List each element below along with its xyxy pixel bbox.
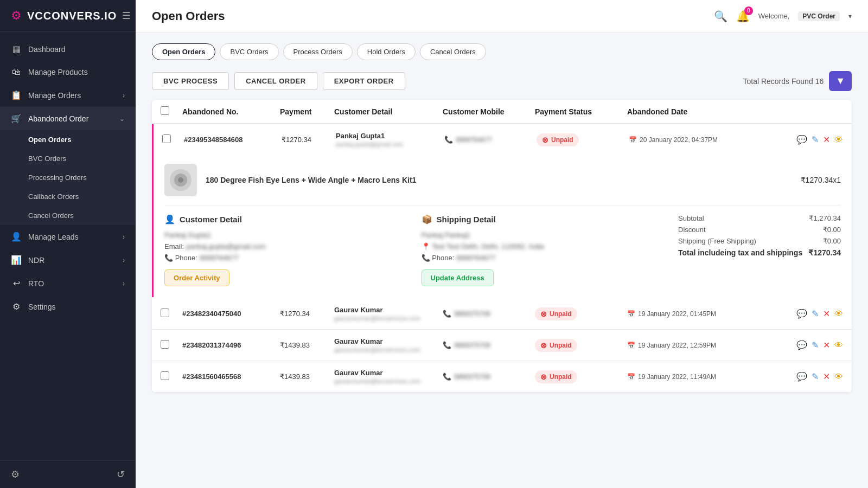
svg-point-2 — [178, 177, 183, 183]
row1-checkbox[interactable] — [162, 134, 171, 143]
sidebar-item-ndr[interactable]: 📊 NDR › — [0, 248, 136, 272]
row3-checkbox[interactable] — [161, 340, 169, 349]
topbar: Open Orders 🔍 🔔 0 Welcome, PVC Order ▾ — [136, 0, 868, 33]
customer-detail-email: Email: pankaj.gupta@gmail.com — [164, 242, 411, 251]
logo-icon: ⚙ — [11, 9, 22, 23]
sidebar-subitem-open-orders[interactable]: Open Orders — [0, 130, 136, 149]
sidebar-item-manage-orders[interactable]: 📋 Manage Orders › — [0, 84, 136, 107]
tab-cancel-orders[interactable]: Cancel Orders — [420, 43, 486, 60]
cancel-order-button[interactable]: CANCEL ORDER — [234, 72, 317, 90]
logo-text: VCCONVERS.IO — [27, 10, 117, 22]
sidebar-navigation: ▦ Dashboard 🛍 Manage Products 📋 Manage O… — [0, 32, 136, 460]
delete-icon-row2[interactable]: ✕ — [823, 309, 830, 319]
customer-detail-name: Pankaj Gupta1 — [164, 231, 411, 239]
table-row: #23495348584608 ₹1270.34 Pankaj Gupta1 p… — [152, 124, 852, 155]
view-icon-row3[interactable]: 👁 — [834, 341, 843, 350]
sidebar-subitem-processing-orders[interactable]: Processing Orders — [0, 168, 136, 187]
customer-detail-section: 👤 Customer Detail Pankaj Gupta1 Email: p… — [164, 214, 411, 286]
dashboard-icon: ▦ — [11, 44, 22, 54]
row4-status: ⊗ Unpaid — [535, 370, 627, 383]
select-all-checkbox[interactable] — [161, 106, 169, 115]
product-name: 180 Degree Fish Eye Lens + Wide Angle + … — [206, 176, 792, 184]
col-header-abandoned-no: Abandoned No. — [182, 107, 280, 116]
manage-orders-icon: 📋 — [11, 90, 22, 100]
row4-order-no: #23481560465568 — [182, 373, 280, 381]
sidebar-subitem-cancel-orders[interactable]: Cancel Orders — [0, 206, 136, 225]
hamburger-menu-icon[interactable]: ☰ — [122, 10, 131, 22]
unpaid-icon-row3: ⊗ — [540, 341, 547, 350]
row2-mobile: 9868375709 — [454, 310, 490, 318]
sidebar-subitem-callback-orders[interactable]: Callback Orders — [0, 187, 136, 206]
topbar-right: 🔍 🔔 0 Welcome, PVC Order ▾ — [714, 10, 852, 23]
row3-mobile: 9868375709 — [454, 342, 490, 349]
footer-settings-icon[interactable]: ⚙ — [11, 468, 20, 480]
tab-process-orders[interactable]: Process Orders — [283, 43, 353, 60]
sidebar-item-rto[interactable]: ↩ RTO › — [0, 272, 136, 295]
row1-mobile-cell: 📞 9999764677 — [444, 136, 537, 144]
row2-status: ⊗ Unpaid — [535, 307, 627, 320]
row4-customer-email: gaurav.kumar@bvcservices.com — [334, 378, 443, 384]
sidebar-item-settings[interactable]: ⚙ Settings — [0, 295, 136, 318]
update-address-button[interactable]: Update Address — [422, 269, 494, 286]
row1-checkbox-cell — [162, 134, 184, 145]
table-row: #23481560465568 ₹1439.83 Gaurav Kumar ga… — [152, 361, 852, 393]
user-dropdown-chevron[interactable]: ▾ — [848, 12, 852, 20]
view-icon-row4[interactable]: 👁 — [834, 372, 843, 382]
footer-refresh-icon[interactable]: ↺ — [117, 468, 125, 480]
abandoned-order-submenu: Open Orders BVC Orders Processing Orders… — [0, 130, 136, 225]
row4-customer-detail: Gaurav Kumar gaurav.kumar@bvcservices.co… — [334, 369, 443, 384]
edit-icon-row4[interactable]: ✎ — [812, 371, 819, 382]
chat-icon-row1[interactable]: 💬 — [796, 134, 807, 145]
row3-status: ⊗ Unpaid — [535, 339, 627, 352]
row1-mobile: 9999764677 — [456, 136, 492, 144]
tab-bvc-orders[interactable]: BVC Orders — [220, 43, 278, 60]
rto-icon: ↩ — [11, 278, 22, 288]
row2-actions: 💬 ✎ ✕ 👁 — [783, 309, 843, 319]
tab-open-orders[interactable]: Open Orders — [152, 43, 215, 60]
sidebar-item-manage-leads[interactable]: 👤 Manage Leads › — [0, 225, 136, 248]
sidebar-subitem-bvc-orders[interactable]: BVC Orders — [0, 149, 136, 168]
chat-icon-row4[interactable]: 💬 — [796, 371, 807, 382]
shipping-name: Pankaj Pankaj1 — [422, 231, 668, 239]
chevron-right-icon-rto: › — [123, 280, 125, 287]
edit-icon-row2[interactable]: ✎ — [812, 309, 819, 319]
delete-icon-row1[interactable]: ✕ — [823, 134, 830, 145]
detail-grid: 👤 Customer Detail Pankaj Gupta1 Email: p… — [164, 214, 841, 286]
bvc-process-button[interactable]: BVC PROCESS — [152, 72, 229, 90]
row2-payment: ₹1270.34 — [280, 310, 334, 318]
shipping-section-icon: 📦 — [422, 214, 432, 224]
table-header-row: Abandoned No. Payment Customer Detail Cu… — [152, 100, 852, 124]
notification-count: 0 — [744, 7, 753, 15]
sidebar-item-abandoned-order[interactable]: 🛒 Abandoned Order ⌄ — [0, 107, 136, 130]
chat-icon-row2[interactable]: 💬 — [796, 309, 807, 319]
delete-icon-row3[interactable]: ✕ — [823, 340, 830, 350]
chat-icon-row3[interactable]: 💬 — [796, 340, 807, 350]
row2-checkbox[interactable] — [161, 309, 169, 317]
view-icon-row2[interactable]: 👁 — [834, 309, 843, 319]
total-records-label: Total Records Found 16 — [743, 77, 824, 86]
order-activity-button[interactable]: Order Activity — [164, 269, 229, 286]
edit-icon-row1[interactable]: ✎ — [812, 134, 819, 145]
export-order-button[interactable]: EXPORT ORDER — [323, 72, 405, 90]
summary-total: Total includeing tax and shippings ₹1270… — [678, 248, 841, 257]
filter-button[interactable]: ▼ — [829, 71, 852, 91]
row4-checkbox[interactable] — [161, 371, 169, 380]
sidebar-item-manage-products[interactable]: 🛍 Manage Products — [0, 61, 136, 84]
view-icon-row1[interactable]: 👁 — [834, 135, 843, 145]
phone-icon-row3: 📞 — [443, 341, 451, 349]
product-price: ₹1270.34x1 — [801, 176, 841, 184]
content-area: Open Orders BVC Orders Process Orders Ho… — [136, 33, 868, 488]
edit-icon-row3[interactable]: ✎ — [812, 340, 819, 350]
delete-icon-row4[interactable]: ✕ — [823, 371, 830, 382]
sidebar-item-dashboard[interactable]: ▦ Dashboard — [0, 37, 136, 61]
unpaid-icon-row4: ⊗ — [540, 373, 547, 381]
notification-bell[interactable]: 🔔 0 — [736, 10, 750, 23]
row3-customer-email: gaurav.kumar@bvcservices.com — [334, 346, 443, 353]
search-icon[interactable]: 🔍 — [714, 10, 727, 23]
location-icon: 📍 — [422, 242, 430, 251]
row2-status-badge: ⊗ Unpaid — [535, 307, 577, 320]
calendar-icon-row3: 📅 — [627, 342, 635, 349]
row2-customer-name: Gaurav Kumar — [334, 306, 443, 314]
tab-hold-orders[interactable]: Hold Orders — [357, 43, 416, 60]
row4-date: 📅 19 January 2022, 11:49AM — [627, 373, 783, 381]
